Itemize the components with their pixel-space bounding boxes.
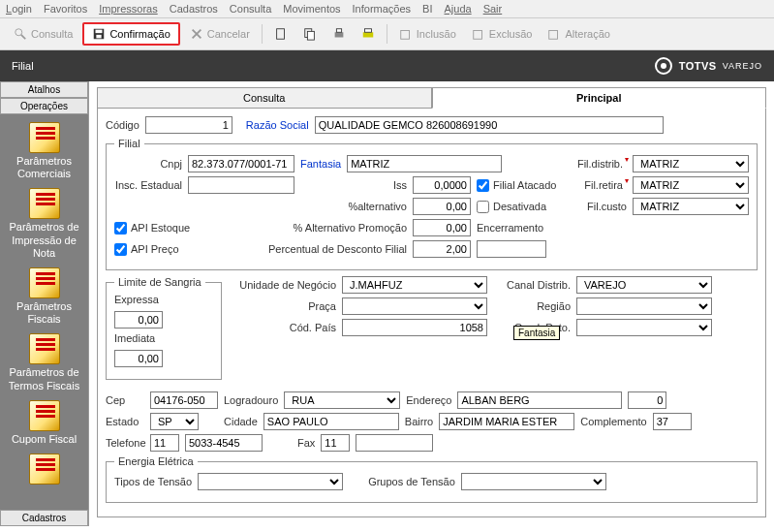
tb-copy[interactable]: [297, 25, 323, 43]
codigo-label: Código: [106, 119, 139, 131]
sb-item-param-fiscais[interactable]: Parâmetros Fiscais: [0, 266, 88, 328]
chk-filial-atacado[interactable]: Filial Atacado: [477, 179, 556, 192]
tb-printer2[interactable]: [356, 25, 381, 43]
chk-desativada-box[interactable]: [477, 201, 489, 213]
chk-filial-atacado-box[interactable]: [477, 179, 489, 192]
cnpj-input[interactable]: [188, 155, 294, 172]
imediata-input[interactable]: [114, 350, 163, 367]
svg-point-18: [661, 63, 666, 69]
tipos-tensao-select[interactable]: [198, 473, 343, 490]
telefone-label: Telefone: [106, 437, 144, 449]
svg-rect-13: [364, 29, 371, 33]
menu-cadastros[interactable]: Cadastros: [170, 3, 218, 15]
fax-input[interactable]: [356, 434, 433, 452]
fil-custo-label: Fil.custo: [587, 201, 627, 212]
sb-item-cupom-fiscal[interactable]: Cupom Fiscal: [8, 398, 80, 448]
menu-bi[interactable]: BI: [422, 3, 432, 15]
grupos-tensao-label: Grupos de Tensão: [368, 476, 455, 487]
sb-tab-cadastros[interactable]: Cadastros: [0, 510, 88, 526]
imediata-label: Imediata: [114, 332, 163, 344]
insc-input[interactable]: [188, 176, 294, 194]
chk-api-preco[interactable]: API Preço: [114, 243, 211, 256]
menu-informacoes[interactable]: Informações: [353, 3, 412, 15]
menu-favoritos[interactable]: Favoritos: [44, 3, 87, 15]
fantasia-input[interactable]: [347, 155, 502, 172]
fil-custo-select[interactable]: MATRIZ: [633, 198, 749, 215]
chk-api-preco-box[interactable]: [114, 243, 127, 256]
svg-rect-14: [401, 31, 410, 40]
iss-input[interactable]: [413, 176, 471, 194]
tab-consulta[interactable]: Consulta: [97, 87, 432, 109]
sb-tab-operacoes[interactable]: Operações: [0, 98, 88, 114]
chk-api-estoque-box[interactable]: [114, 222, 127, 235]
fax-ddd-input[interactable]: [321, 434, 350, 452]
sb-item-param-termos[interactable]: Parâmetros de Termos Fiscais: [0, 331, 88, 393]
tb-cancelar[interactable]: Cancelar: [184, 25, 256, 43]
expressa-input[interactable]: [114, 311, 163, 329]
menu-movimentos[interactable]: Movimentos: [283, 3, 340, 15]
svg-rect-10: [334, 32, 343, 37]
sb-tab-atalhos[interactable]: Atalhos: [0, 81, 88, 98]
sb-item-param-impressao[interactable]: Parâmetros de Impressão de Nota: [0, 186, 88, 262]
regiao-select[interactable]: [576, 297, 712, 315]
codigo-input[interactable]: [145, 116, 232, 134]
grupos-tensao-select[interactable]: [461, 473, 606, 490]
fantasia-label: Fantasia: [300, 158, 341, 170]
totvs-icon: [654, 56, 673, 76]
codpais-input[interactable]: [342, 319, 487, 336]
estado-label: Estado: [106, 416, 144, 427]
tb-exclusao[interactable]: Exclusão: [466, 25, 539, 43]
encerramento-input[interactable]: [477, 240, 546, 258]
tb-inclusao[interactable]: Inclusão: [393, 25, 462, 43]
sb-item-param-comerciais[interactable]: Parâmetros Comerciais: [0, 120, 88, 182]
endereco-input[interactable]: [457, 391, 622, 409]
menu-login[interactable]: Login: [6, 3, 32, 15]
bairro-input[interactable]: [439, 413, 574, 430]
logradouro-select[interactable]: RUA: [284, 391, 400, 409]
menu-impressoras[interactable]: Impressoras: [99, 3, 158, 15]
regiao-label: Região: [493, 300, 571, 312]
fil-distrib-select[interactable]: MATRIZ: [633, 155, 749, 172]
menu-consulta[interactable]: Consulta: [230, 3, 271, 15]
endereco-num-input[interactable]: [628, 391, 666, 409]
cep-input[interactable]: [150, 391, 218, 409]
svg-rect-7: [276, 29, 284, 40]
menubar: Login Favoritos Impressoras Cadastros Co…: [0, 0, 774, 18]
razao-input[interactable]: [315, 116, 664, 134]
unidade-select[interactable]: J.MAHFUZ: [342, 276, 487, 294]
filial-fieldset: Filial Cnpj Fantasia Fantasia Fil.distri…: [106, 138, 758, 270]
condpgto-select[interactable]: [576, 319, 712, 336]
add-icon: [399, 27, 413, 41]
tb-alteracao[interactable]: Alteração: [542, 25, 615, 43]
sidebar-items: Parâmetros Comerciais Parâmetros de Impr…: [0, 114, 88, 510]
pct-desc-input[interactable]: [413, 240, 471, 258]
estado-select[interactable]: SP: [150, 413, 199, 430]
telefone-input[interactable]: [185, 434, 263, 452]
separator: [262, 24, 263, 44]
cidade-input[interactable]: [263, 413, 399, 430]
praca-select[interactable]: [342, 297, 487, 315]
cnpj-label: Cnpj: [114, 158, 182, 170]
complemento-input[interactable]: [653, 413, 692, 430]
sangria-legend: Limite de Sangria: [114, 276, 205, 288]
menu-ajuda[interactable]: Ajuda: [445, 3, 472, 15]
doc-icon: [29, 333, 60, 364]
edit-icon: [547, 27, 561, 41]
svg-rect-15: [474, 31, 482, 40]
tb-consulta[interactable]: Consulta: [8, 25, 78, 43]
tb-new[interactable]: [268, 25, 294, 43]
tb-print[interactable]: [326, 25, 352, 43]
fil-retira-select[interactable]: MATRIZ: [633, 176, 749, 194]
pct-alt-promo-input[interactable]: [413, 219, 471, 236]
sb-item-more[interactable]: [25, 452, 64, 488]
codpais-label: Cód. País: [230, 322, 336, 333]
telefone-ddd-input[interactable]: [150, 434, 179, 452]
chk-api-estoque[interactable]: API Estoque: [114, 222, 211, 235]
canal-select[interactable]: VAREJO: [576, 276, 712, 294]
pct-alt-input[interactable]: [413, 198, 471, 215]
tb-confirmacao[interactable]: Confirmação: [82, 22, 179, 46]
tab-principal[interactable]: Principal: [432, 87, 767, 109]
chk-desativada[interactable]: Desativada: [477, 201, 546, 213]
menu-sair[interactable]: Sair: [483, 3, 503, 15]
encerramento-label: Encerramento: [477, 222, 543, 234]
